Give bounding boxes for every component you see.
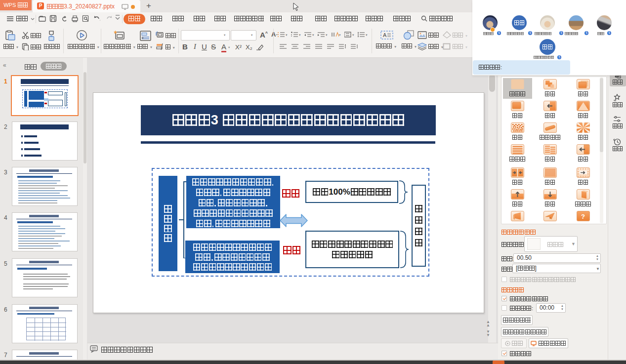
svg-text:A: A bbox=[383, 32, 387, 38]
svg-text:?: ? bbox=[581, 213, 585, 220]
